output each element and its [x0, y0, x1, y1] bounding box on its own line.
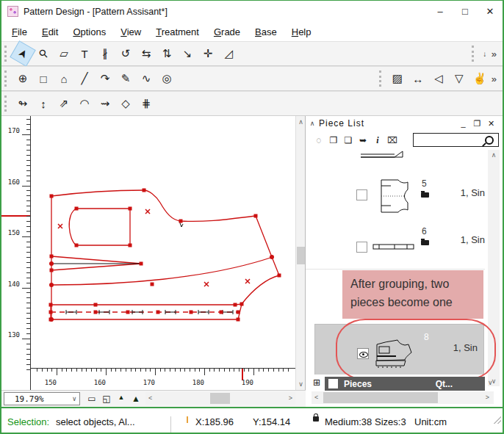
send-piece-button[interactable]: ➥	[356, 135, 370, 146]
point-move-tool[interactable]: ✛	[198, 44, 217, 63]
exchange-x-tool[interactable]: ⇆	[137, 44, 156, 63]
concentric-circle-tool[interactable]: ◎	[157, 69, 176, 88]
canvas-area[interactable]: 170160150140130	[1, 116, 306, 407]
notch-tool[interactable]: ∦	[96, 44, 115, 63]
scroll-up-icon[interactable]: ∧	[296, 118, 306, 126]
piece-checkbox[interactable]	[356, 189, 367, 200]
join-move-tool[interactable]: ⇗	[54, 94, 73, 113]
ruler-tick	[26, 323, 30, 324]
scroll-down-icon[interactable]: ∨	[488, 379, 493, 386]
visibility-toggle[interactable]	[357, 348, 369, 359]
scroll-down-icon[interactable]: ∨	[296, 380, 306, 388]
scroll-right-icon[interactable]: >	[486, 394, 489, 401]
oval-move-tool[interactable]: ◇	[116, 94, 135, 113]
list-item-piece-8-selected[interactable]: 8 1, Sin	[314, 324, 484, 375]
show-small-pieces-icon[interactable]: ▲	[114, 394, 129, 404]
mirror-tool[interactable]: ▨	[388, 69, 407, 88]
pleat-tool[interactable]: ✌	[470, 69, 489, 88]
menu-edit[interactable]: Edit	[35, 24, 65, 40]
arc-spread-tool[interactable]: ◠	[75, 94, 94, 113]
menu-view[interactable]: View	[113, 24, 148, 40]
toolbar-grip[interactable]	[4, 95, 9, 112]
copy-piece-button[interactable]: ❐	[326, 135, 341, 146]
flare-tool[interactable]: ▽	[450, 69, 469, 88]
path-move-tool[interactable]: ⇝	[96, 94, 115, 113]
pencil-tool[interactable]: ✎	[116, 69, 135, 88]
piece-checkbox[interactable]	[356, 242, 367, 253]
ruler-tick	[106, 369, 107, 375]
menu-options[interactable]: Options	[65, 24, 113, 40]
show-all-pieces-icon[interactable]: ▲	[129, 394, 143, 404]
rectangle-tool[interactable]: □	[34, 69, 53, 88]
scroll-right-icon[interactable]: >	[289, 394, 292, 402]
canvas-vscroll-thumb[interactable]	[297, 247, 305, 264]
canvas-horizontal-scrollbar[interactable]: < >	[145, 392, 295, 405]
spline-tool[interactable]: ∿	[137, 69, 156, 88]
chevron-down-icon[interactable]: ∨	[73, 395, 79, 402]
toolbar-grip[interactable]	[379, 70, 384, 87]
vertical-spread-tool[interactable]: ↕	[34, 94, 53, 113]
piece-list-horizontal-scrollbar[interactable]: < >	[312, 391, 494, 404]
shear-tool[interactable]: ◿	[219, 44, 238, 63]
search-icon[interactable]	[485, 136, 494, 145]
menu-help[interactable]: Help	[284, 24, 319, 40]
list-item-piece-6[interactable]: 6 1, Sin	[306, 222, 485, 270]
base-size-value: Medium:38	[325, 416, 372, 427]
panel-minimize-button[interactable]: _	[456, 119, 470, 129]
zoom-tool[interactable]: ⚲	[30, 40, 57, 68]
folder-icon[interactable]	[421, 192, 429, 198]
width-measure-tool[interactable]: ↔	[408, 69, 428, 88]
piece-list-toolbar: ◌❐❏➥i⌧	[306, 131, 503, 150]
piece-info-button[interactable]: i	[370, 135, 385, 146]
panel-restore-button[interactable]: ❐	[470, 119, 484, 129]
seam-curve-tool[interactable]: ↬	[13, 94, 32, 113]
menu-file[interactable]: File	[4, 24, 35, 40]
close-button[interactable]: ✕	[478, 1, 503, 22]
exchange-y-tool[interactable]: ⇅	[157, 44, 176, 63]
menu-treatment[interactable]: Treatment	[148, 24, 206, 40]
toolbar-grip[interactable]	[4, 46, 9, 62]
drill-hole-tool[interactable]: ⊕	[13, 69, 32, 88]
fit-view-icon[interactable]: ◱	[99, 394, 114, 404]
dart-tool[interactable]: ◁	[429, 69, 448, 88]
line-tool[interactable]: ╱	[75, 69, 94, 88]
scroll-left-icon[interactable]: <	[148, 394, 152, 402]
copy-piece-menu-button[interactable]: ❏	[341, 135, 356, 146]
polygon-tool[interactable]: ⌂	[54, 69, 73, 88]
maximize-button[interactable]: □	[453, 1, 478, 22]
text-tool[interactable]: T	[75, 44, 94, 63]
resize-grip[interactable]	[494, 416, 501, 424]
list-item-piece-5[interactable]: 5 1, Sin	[306, 158, 485, 223]
minimize-button[interactable]: –	[428, 1, 453, 22]
rotate-tool[interactable]: ↺	[116, 44, 135, 63]
curve-tool[interactable]: ↷	[96, 69, 115, 88]
zoom-level-combo[interactable]: 19.79% ∨	[4, 392, 80, 405]
xy-move-tool[interactable]: ↘	[178, 44, 197, 63]
collapse-panel-icon[interactable]: ∧	[306, 120, 319, 127]
delete-piece-button[interactable]: ⌧	[385, 135, 400, 146]
piece-list-vertical-scrollbar[interactable]: ∧ ∨	[488, 150, 500, 386]
folder-icon[interactable]	[421, 240, 429, 245]
toolbar-grip[interactable]	[472, 46, 476, 62]
arrow-down-icon[interactable]: ↓	[480, 51, 490, 57]
canvas-hscroll-thumb[interactable]	[210, 393, 230, 404]
toolbar-overflow-chevron[interactable]: »	[490, 48, 503, 59]
panel-close-button[interactable]: ✕	[484, 119, 498, 129]
select-all-checkbox[interactable]	[328, 379, 338, 388]
menu-grade[interactable]: Grade	[206, 24, 248, 40]
canvas-vertical-scrollbar[interactable]: ∧ ∨	[295, 116, 305, 390]
toolbar-grip[interactable]	[4, 70, 9, 87]
piece-search-input[interactable]	[413, 133, 499, 147]
select-pieces-button[interactable]: ◌	[312, 135, 326, 146]
scroll-up-icon[interactable]: ∧	[488, 151, 500, 159]
pattern-drawing[interactable]	[31, 116, 295, 368]
frame-zoom-icon[interactable]: ▭	[84, 394, 99, 404]
piece-hscroll-thumb[interactable]	[323, 392, 438, 403]
toolbar-overflow-chevron[interactable]: »	[490, 73, 503, 84]
hatch-spread-tool[interactable]: ⋕	[137, 94, 156, 113]
scroll-left-icon[interactable]: <	[314, 394, 318, 401]
pattern-outline[interactable]	[51, 190, 279, 319]
expand-table-icon[interactable]: ⊞	[313, 378, 320, 387]
menu-base[interactable]: Base	[248, 24, 284, 40]
measure-tool[interactable]: ▱	[54, 44, 73, 63]
